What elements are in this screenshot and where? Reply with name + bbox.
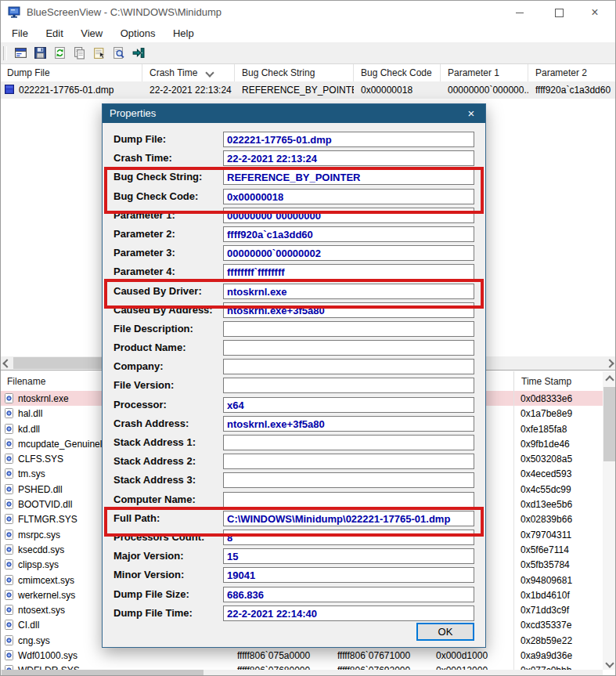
driver-timestamp: 0x94809681 bbox=[521, 575, 572, 586]
field-label: Crash Time: bbox=[113, 152, 172, 164]
field-value-box[interactable]: 22-2-2021 22:14:40 bbox=[223, 606, 474, 621]
field-label: Crash Address: bbox=[113, 418, 189, 429]
field-label: File Description: bbox=[113, 323, 193, 334]
scroll-left-icon[interactable] bbox=[0, 356, 13, 370]
driver-file-icon bbox=[4, 620, 14, 632]
driver-file-icon bbox=[4, 484, 14, 497]
field-value-box[interactable]: ffffffff`ffffffff bbox=[223, 264, 474, 280]
column-header-parameter-2[interactable]: Parameter 2 bbox=[528, 64, 616, 81]
field-value-box[interactable]: 0x00000018 bbox=[223, 189, 474, 204]
driver-file-icon bbox=[4, 514, 14, 526]
exit-button[interactable] bbox=[128, 44, 148, 63]
field-value-box[interactable]: ntoskrnl.exe bbox=[223, 284, 474, 299]
driver-timestamp: 0x503208a5 bbox=[521, 454, 572, 465]
field-label: Stack Address 2: bbox=[113, 455, 196, 467]
menu-view[interactable]: View bbox=[74, 25, 110, 39]
field-value-box[interactable]: ntoskrnl.exe+3f5a80 bbox=[223, 416, 474, 432]
field-label: Caused By Address: bbox=[113, 304, 213, 316]
toolbar bbox=[0, 42, 616, 64]
driver-filename: mcupdate_Genuinel bbox=[18, 439, 102, 450]
field-value-box[interactable]: 00000000`00000002 bbox=[223, 245, 474, 261]
column-header-parameter-1[interactable]: Parameter 1 bbox=[441, 64, 528, 81]
refresh-button[interactable] bbox=[50, 44, 70, 63]
dump-file-row[interactable]: 022221-17765-01.dmp 22-2-2021 22:13:24 R… bbox=[0, 81, 616, 99]
scroll-right-icon[interactable] bbox=[603, 356, 616, 370]
driver-filename: FLTMGR.SYS bbox=[18, 514, 77, 525]
dialog-titlebar[interactable]: Properties × bbox=[103, 104, 485, 123]
field-label: Processors Count: bbox=[113, 531, 204, 543]
field-value-box[interactable]: 00000000`00000000 bbox=[223, 208, 474, 223]
find-button[interactable] bbox=[109, 44, 128, 63]
dialog-field-row: Stack Address 1: bbox=[113, 434, 476, 453]
minimize-button[interactable] bbox=[502, 0, 538, 25]
dialog-field-row: Dump File Size: 686.836 bbox=[113, 586, 476, 605]
field-value-box[interactable] bbox=[223, 321, 474, 337]
driver-hscrollbar-thumb[interactable] bbox=[2, 670, 204, 676]
driver-size: 0x000d1000 bbox=[436, 650, 488, 661]
column-header-time-stamp[interactable]: Time Stamp bbox=[513, 371, 600, 391]
field-value-box[interactable]: 022221-17765-01.dmp bbox=[223, 132, 474, 147]
properties-button[interactable] bbox=[89, 44, 109, 63]
dialog-close-icon[interactable]: × bbox=[457, 104, 485, 123]
maximize-button[interactable] bbox=[541, 0, 577, 25]
crash-window-button[interactable] bbox=[11, 44, 31, 63]
field-label: Company: bbox=[113, 360, 164, 372]
field-value-box[interactable]: 686.836 bbox=[223, 587, 474, 602]
copy-icon bbox=[73, 46, 86, 60]
dialog-field-row: File Description: bbox=[113, 320, 476, 339]
menu-file[interactable]: File bbox=[5, 25, 35, 39]
ok-button[interactable]: OK bbox=[416, 623, 474, 641]
dialog-field-row: Caused By Address: ntoskrnl.exe+3f5a80 bbox=[113, 302, 476, 320]
driver-filename: CLFS.SYS bbox=[18, 454, 63, 465]
field-value-box[interactable]: C:\WINDOWS\Minidump\022221-17765-01.dmp bbox=[223, 511, 474, 526]
driver-vertical-scrollbar[interactable] bbox=[603, 371, 616, 670]
driver-timestamp: 0x4eced593 bbox=[521, 468, 571, 479]
column-header-filename[interactable]: Filename bbox=[0, 371, 102, 391]
driver-file-icon bbox=[4, 439, 14, 451]
scroll-down-icon[interactable] bbox=[603, 656, 616, 670]
field-value-box[interactable]: 8 bbox=[223, 530, 474, 545]
field-value-box[interactable]: 22-2-2021 22:13:24 bbox=[223, 150, 474, 166]
field-value-box[interactable] bbox=[223, 340, 474, 356]
column-header-bug-check-code[interactable]: Bug Check Code bbox=[354, 64, 441, 81]
scroll-up-icon[interactable] bbox=[603, 373, 616, 386]
column-header-dump-file[interactable]: Dump File bbox=[0, 64, 142, 81]
field-value-box[interactable]: x64 bbox=[223, 397, 474, 413]
field-value-box[interactable]: 15 bbox=[223, 548, 474, 564]
field-value-box[interactable]: ntoskrnl.exe+3f5a80 bbox=[223, 302, 474, 318]
field-value-box[interactable] bbox=[223, 492, 474, 508]
column-header-crash-time[interactable]: Crash Time bbox=[142, 64, 235, 81]
field-value-box[interactable] bbox=[223, 435, 474, 450]
driver-file-icon bbox=[4, 499, 14, 512]
driver-timestamp: 0xfe185fa8 bbox=[521, 424, 567, 435]
column-header-bug-check-string[interactable]: Bug Check String bbox=[235, 64, 354, 81]
field-value-box[interactable] bbox=[223, 472, 474, 488]
field-value-box[interactable]: 19041 bbox=[223, 567, 474, 583]
field-value-box[interactable] bbox=[223, 454, 474, 469]
dialog-field-row: Crash Address: ntoskrnl.exe+3f5a80 bbox=[113, 415, 476, 434]
menu-options[interactable]: Options bbox=[113, 25, 163, 39]
save-button[interactable] bbox=[31, 44, 50, 63]
sort-indicator-icon bbox=[205, 68, 214, 77]
menu-help[interactable]: Help bbox=[166, 25, 201, 39]
driver-file-row[interactable]: Wdf01000.sys fffff806`075a0000 fffff806`… bbox=[0, 648, 603, 663]
driver-filename: ntosext.sys bbox=[18, 605, 65, 616]
driver-timestamp: 0xcd35337e bbox=[521, 620, 571, 631]
copy-button[interactable] bbox=[70, 44, 89, 63]
driver-horizontal-scrollbar[interactable] bbox=[0, 670, 603, 676]
field-label: Dump File Time: bbox=[113, 607, 193, 619]
field-value-box[interactable]: ffff920a`c1a3dd60 bbox=[223, 226, 474, 242]
field-value-box[interactable] bbox=[223, 378, 474, 393]
dump-bug-check-string: REFERENCE_BY_POINTER bbox=[235, 81, 354, 99]
driver-from-address: fffff806`075a0000 bbox=[237, 650, 310, 661]
field-value-box[interactable] bbox=[223, 359, 474, 374]
menu-edit[interactable]: Edit bbox=[38, 25, 70, 39]
field-value-box[interactable]: REFERENCE_BY_POINTER bbox=[223, 169, 474, 185]
driver-timestamp: 0xd13ee5b6 bbox=[521, 499, 572, 510]
driver-timestamp: 0x71dd3c9f bbox=[521, 605, 569, 616]
driver-scrollbar-thumb[interactable] bbox=[603, 387, 615, 461]
driver-file-icon bbox=[4, 530, 14, 542]
find-icon bbox=[112, 46, 125, 60]
window-titlebar[interactable]: BlueScreenView - C:\WINDOWS\Minidump × bbox=[0, 0, 616, 25]
close-button[interactable]: × bbox=[577, 0, 613, 25]
